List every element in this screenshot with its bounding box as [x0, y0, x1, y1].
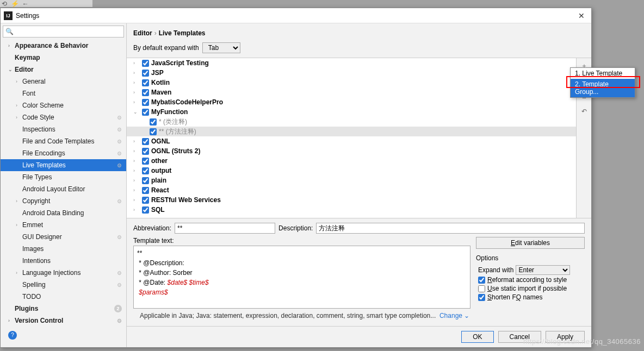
- app-icon: IJ: [4, 11, 13, 20]
- undo-icon[interactable]: ↶: [577, 104, 591, 119]
- template-text-area[interactable]: ** * @Description: * @Author: Sorber * @…: [133, 246, 470, 309]
- window-title: Settings: [16, 12, 39, 20]
- popup-template-group[interactable]: 2. Template Group...: [571, 79, 635, 97]
- sidebar-item-file-and-code-templates[interactable]: File and Code Templates⚙: [1, 135, 126, 147]
- ok-button[interactable]: OK: [461, 331, 493, 343]
- sidebar-item-images[interactable]: Images: [1, 243, 126, 255]
- edit-variables-button[interactable]: EEdit variablesdit variables: [476, 237, 585, 249]
- back-icon: ←: [21, 0, 30, 8]
- template-output[interactable]: ›output: [127, 166, 576, 175]
- template-plain[interactable]: ›plain: [127, 175, 576, 185]
- settings-dialog: IJ Settings ✕ 🔍 ›Appearance & BehaviorKe…: [0, 8, 592, 348]
- sidebar-item-gui-designer[interactable]: GUI Designer⚙: [1, 231, 126, 243]
- abbreviation-input[interactable]: [175, 223, 275, 234]
- sidebar-item-appearance-behavior[interactable]: ›Appearance & Behavior: [1, 40, 126, 52]
- template-maven[interactable]: ›Maven: [127, 87, 576, 97]
- expand-with-select[interactable]: Enter: [516, 265, 570, 275]
- bolt-icon: ⚡: [10, 0, 19, 8]
- template-ognl[interactable]: ›OGNL: [127, 136, 576, 146]
- templates-tree[interactable]: ›JavaScript Testing›JSP›Kotlin›Maven›Myb…: [127, 58, 576, 218]
- sidebar-item-code-style[interactable]: ›Code Style⚙: [1, 111, 126, 123]
- template-javascript-testing[interactable]: ›JavaScript Testing: [127, 58, 576, 68]
- breadcrumb: Editor›Live Templates: [127, 23, 591, 40]
- add-popup: 1. Live Template 2. Template Group...: [570, 67, 635, 98]
- template-myfunction[interactable]: ⌄MyFunction: [127, 107, 576, 117]
- sidebar: 🔍 ›Appearance & BehaviorKeymap⌄Editor›Ge…: [1, 23, 127, 347]
- expand-select[interactable]: Tab: [202, 42, 240, 53]
- main-panel: Editor›Live Templates By default expand …: [127, 23, 591, 347]
- search-icon: 🔍: [5, 28, 14, 35]
- expand-label: By default expand with: [133, 44, 199, 52]
- template-ognl-struts-2-[interactable]: ›OGNL (Struts 2): [127, 146, 576, 156]
- sidebar-item-file-encodings[interactable]: File Encodings⚙: [1, 147, 126, 159]
- sidebar-item-keymap[interactable]: Keymap: [1, 52, 126, 64]
- sidebar-item-plugins[interactable]: Plugins2: [1, 303, 126, 315]
- sidebar-item-copyright[interactable]: ›Copyright⚙: [1, 195, 126, 207]
- reformat-checkbox[interactable]: [478, 277, 485, 284]
- titlebar: IJ Settings ✕: [1, 8, 591, 23]
- template-jsp[interactable]: ›JSP: [127, 68, 576, 78]
- template-react[interactable]: ›React: [127, 185, 576, 195]
- template-other[interactable]: ›other: [127, 156, 576, 166]
- description-label: Description:: [278, 224, 313, 232]
- abbreviation-label: Abbreviation:: [133, 224, 171, 232]
- template-sql[interactable]: ›SQL: [127, 205, 576, 215]
- sidebar-item-language-injections[interactable]: ›Language Injections⚙: [1, 267, 126, 279]
- template-text-label: Template text:: [133, 237, 470, 245]
- sidebar-item-spelling[interactable]: Spelling⚙: [1, 279, 126, 291]
- search-input[interactable]: 🔍: [3, 26, 124, 37]
- help-icon[interactable]: ?: [8, 331, 17, 340]
- sidebar-item-emmet[interactable]: ›Emmet: [1, 219, 126, 231]
- template-mybatiscodehelperpro[interactable]: ›MybatisCodeHelperPro: [127, 97, 576, 107]
- background-toolbar: ⟲ ⚡ ←: [0, 0, 92, 8]
- template-kotlin[interactable]: ›Kotlin: [127, 78, 576, 87]
- refresh-icon: ⟲: [0, 0, 9, 8]
- description-input[interactable]: [316, 223, 585, 234]
- template--[interactable]: * (类注释): [127, 117, 576, 127]
- applicable-text: Applicable in Java; Java: statement, exp…: [133, 312, 585, 322]
- options-title: Options: [476, 254, 585, 262]
- sidebar-item-file-types[interactable]: File Types: [1, 171, 126, 183]
- popup-live-template[interactable]: 1. Live Template: [571, 68, 635, 79]
- settings-tree[interactable]: ›Appearance & BehaviorKeymap⌄Editor›Gene…: [1, 40, 126, 347]
- static-import-checkbox[interactable]: [478, 285, 485, 292]
- sidebar-item-editor[interactable]: ⌄Editor: [1, 64, 126, 76]
- template--[interactable]: ** (方法注释): [127, 127, 576, 136]
- apply-button[interactable]: Apply: [546, 331, 585, 343]
- sidebar-item-color-scheme[interactable]: ›Color Scheme: [1, 99, 126, 111]
- close-icon[interactable]: ✕: [575, 10, 588, 21]
- sidebar-item-inspections[interactable]: Inspections⚙: [1, 123, 126, 135]
- sidebar-item-todo[interactable]: TODO: [1, 291, 126, 303]
- sidebar-item-general[interactable]: ›General: [1, 76, 126, 87]
- sidebar-item-android-layout-editor[interactable]: Android Layout Editor: [1, 183, 126, 195]
- sidebar-item-version-control[interactable]: ›Version Control⚙: [1, 315, 126, 327]
- sidebar-item-intentions[interactable]: Intentions: [1, 255, 126, 267]
- sidebar-item-font[interactable]: Font: [1, 87, 126, 99]
- shorten-fq-checkbox[interactable]: [478, 294, 485, 301]
- template-restful-web-services[interactable]: ›RESTful Web Services: [127, 195, 576, 205]
- sidebar-item-live-templates[interactable]: Live Templates⚙: [1, 159, 126, 171]
- cancel-button[interactable]: Cancel: [498, 331, 541, 343]
- sidebar-item-android-data-binding[interactable]: Android Data Binding: [1, 207, 126, 219]
- change-link[interactable]: Change ⌄: [439, 312, 469, 319]
